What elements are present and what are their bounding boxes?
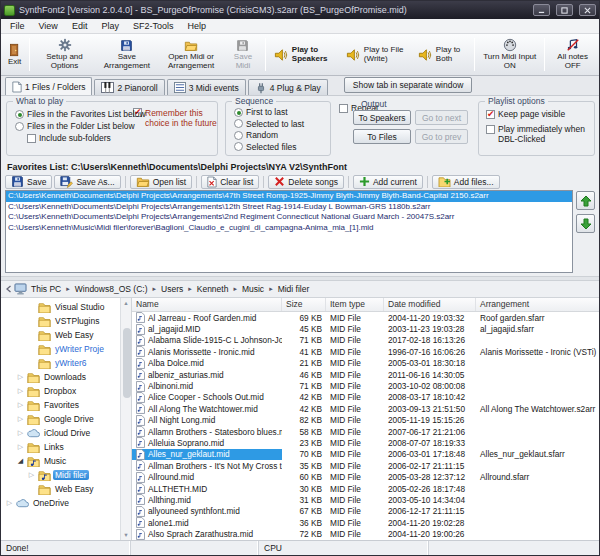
open-midi-or-arrangement-button[interactable]: Open Midi or Arrangement (158, 35, 224, 74)
play-to-both-button[interactable]: Play to Both (413, 35, 471, 74)
scroll-down-icon[interactable]: ▼ (121, 530, 131, 540)
file-row[interactable]: Allamn Brothers - Statesboro blues.mid58… (132, 426, 599, 437)
favorites-item[interactable]: C:\Users\Kenneth\Documents\Delphi Projec… (6, 212, 572, 223)
maximize-button[interactable] (556, 4, 573, 16)
expander-icon[interactable]: ◢ (16, 457, 25, 465)
file-row[interactable]: Alabama Slide-1915-C L Johnson-John Remm… (132, 335, 599, 346)
file-row[interactable]: All Night Long.mid82 KBMID File2005-11-1… (132, 415, 599, 426)
option-files-in-the-folder-list-below[interactable]: Files in the Folder List below (15, 121, 135, 131)
tree-item-icloud-drive[interactable]: ▷iCloud Drive (3, 426, 119, 440)
column-header-date-modified[interactable]: Date modified (384, 298, 476, 311)
breadcrumb-segment-this-pc[interactable]: This PC (28, 283, 64, 295)
option-selected-files[interactable]: Selected files (234, 142, 297, 152)
tree-item-links[interactable]: ▷Links (3, 440, 119, 454)
favorites-item[interactable]: C:\Users\Kenneth\Documents\Delphi Projec… (6, 191, 572, 202)
move-up-button[interactable] (576, 191, 595, 210)
expander-icon[interactable]: ▷ (16, 387, 25, 395)
column-header-item-type[interactable]: Item type (326, 298, 384, 311)
tab-1-files-folders[interactable]: 1 Files / Folders (5, 77, 92, 95)
file-row[interactable]: ALLTHETH.MID30 KBMID File2005-02-26 18:1… (132, 483, 599, 494)
expander-icon[interactable]: ▷ (16, 443, 25, 451)
tree-item-visual-studio[interactable]: Visual Studio (3, 300, 119, 314)
setup-options-button[interactable]: Setup and Options (33, 35, 95, 74)
menu-item-view[interactable]: View (32, 20, 65, 32)
tree-item-ywriter-proje[interactable]: yWriter Proje (3, 342, 119, 356)
option-include-sub-folders[interactable]: Include sub-folders (27, 133, 111, 143)
file-row[interactable]: Allround.mid60 KBMID File2005-03-28 12:3… (132, 471, 599, 482)
expander-icon[interactable]: ▷ (16, 415, 25, 423)
file-row[interactable]: Al Jarreau - Roof Garden.mid69 KBMID Fil… (132, 312, 599, 323)
tree-item-downloads[interactable]: ▷Downloads (3, 370, 119, 384)
menu-item-file[interactable]: File (3, 20, 32, 32)
option-play-immediately-when-dbl-clicked[interactable]: Play immediately when DBL-Clicked (486, 125, 590, 145)
delete-songs-button[interactable]: Delete songs (268, 175, 344, 189)
tree-item-midi-filer[interactable]: ▷Midi filer (3, 468, 119, 482)
tab-4-plug-play[interactable]: 4 Plug & Play (248, 79, 328, 95)
option-random[interactable]: Random (234, 130, 278, 140)
column-header-arrangement[interactable]: Arrangement (476, 298, 599, 311)
file-row[interactable]: Albinoni.mid71 KBMID File2003-10-02 08:0… (132, 380, 599, 391)
tree-item-ywriter6[interactable]: yWriter6 (3, 356, 119, 370)
play-to-speakers-button[interactable]: Play to Speakers (269, 35, 341, 74)
file-row[interactable]: Alice Cooper - Schools Out.mid42 KBMID F… (132, 392, 599, 403)
option-first-to-last[interactable]: First to last (234, 107, 288, 117)
tree-item-music[interactable]: ◢Music (3, 454, 119, 468)
expander-icon[interactable]: ▷ (16, 401, 25, 409)
file-row[interactable]: albeniz_asturias.mid46 KBMID File2011-06… (132, 369, 599, 380)
file-row[interactable]: al_jagajid.MID45 KBMID File2003-11-23 19… (132, 323, 599, 334)
save-arrangement-button[interactable]: Save Arrangement (96, 35, 158, 74)
add-current-button[interactable]: Add current (353, 175, 423, 189)
menu-item-help[interactable]: Help (180, 20, 213, 32)
breadcrumb-segment-users[interactable]: Users (158, 283, 186, 295)
breadcrumb-segment-kenneth[interactable]: Kenneth (194, 283, 232, 295)
expander-icon[interactable]: ▷ (16, 373, 25, 381)
expander-icon[interactable]: ▷ (5, 499, 14, 507)
save-as-button[interactable]: Save As... (54, 175, 120, 189)
tree-item-dropbox[interactable]: ▷Dropbox (3, 384, 119, 398)
open-list-button[interactable]: Open list (130, 175, 193, 189)
file-row[interactable]: Allthing.mid31 KBMID File2003-05-10 14:3… (132, 494, 599, 505)
scrollbar-thumb[interactable] (123, 328, 131, 398)
tree-item-google-drive[interactable]: ▷Google Drive (3, 412, 119, 426)
file-row[interactable]: Alba Dolce.mid21 KBMID File2005-03-01 18… (132, 358, 599, 369)
breadcrumb-segment-midi-filer[interactable]: Midi filer (275, 283, 313, 295)
play-to-file-button[interactable]: Play to File (Write) (341, 35, 413, 74)
menu-item-sf2-tools[interactable]: SF2-Tools (126, 20, 181, 32)
to-files-button[interactable]: To Files (353, 129, 411, 144)
file-row[interactable]: allyouneed synthfont.mid67 KBMID File200… (132, 506, 599, 517)
expander-icon[interactable]: ▷ (16, 429, 25, 437)
file-row[interactable]: Allman Brothers - It's Not My Cross to B… (132, 460, 599, 471)
move-down-button[interactable] (576, 214, 595, 233)
column-header-name[interactable]: Name (132, 298, 282, 311)
add-files-button[interactable]: Add files... (432, 175, 500, 189)
option-selected-to-last[interactable]: Selected to last (234, 119, 304, 129)
scroll-up-icon[interactable]: ▲ (121, 298, 131, 308)
breadcrumb-segment-windows8-os-c[interactable]: Windows8_OS (C:) (72, 283, 151, 295)
menu-item-edit[interactable]: Edit (65, 20, 95, 32)
file-row[interactable]: Alles_nur_geklaut.mid70 KBMID File2006-0… (132, 449, 599, 460)
turn-midi-input-on-button[interactable]: Turn Midi Input ON (478, 35, 541, 74)
chevron-left-icon[interactable] (5, 285, 13, 293)
all-notes-off-button[interactable]: All notes OFF (548, 35, 597, 74)
option-files-in-the-favorites-list-below[interactable]: Files in the Favorites List below (15, 109, 146, 119)
file-row[interactable]: Also Sprach Zarathustra.mid72 KBMID File… (132, 528, 599, 539)
file-row[interactable]: All Along The Watchtower.mid42 KBMID Fil… (132, 403, 599, 414)
option-keep-page-visible[interactable]: Keep page visible (486, 110, 590, 120)
file-row[interactable]: Alleluia Soprano.mid23 KBMID File2008-07… (132, 437, 599, 448)
file-row[interactable]: Alanis Morissette - Ironic.mid41 KBMID F… (132, 346, 599, 357)
menu-item-play[interactable]: Play (94, 20, 126, 32)
tree-item-vstplugins[interactable]: VSTPlugins (3, 314, 119, 328)
tab-2-pianoroll[interactable]: 2 Pianoroll (94, 79, 164, 95)
to-speakers-button[interactable]: To Speakers (353, 110, 411, 125)
show-tab-separate-button[interactable]: Show tab in separate window (344, 77, 473, 93)
tree-scrollbar[interactable]: ▲ ▼ (120, 298, 131, 540)
tab-3-midi-events[interactable]: 3 Midi events (167, 79, 246, 95)
tree-item-web-easy[interactable]: Web Easy (3, 328, 119, 342)
clear-list-button[interactable]: Clear list (201, 175, 259, 189)
column-header-size[interactable]: Size (282, 298, 326, 311)
breadcrumb-segment-music[interactable]: Music (239, 283, 267, 295)
favorites-item[interactable]: C:\Users\Kenneth\Documents\Delphi Projec… (6, 202, 572, 213)
tree-item-favorites[interactable]: ▷Favorites (3, 398, 119, 412)
tree-item-web-easy[interactable]: Web Easy (3, 482, 119, 496)
favorites-item[interactable]: C:\Users\Kenneth\Music\Midi filer\foreve… (6, 223, 572, 234)
